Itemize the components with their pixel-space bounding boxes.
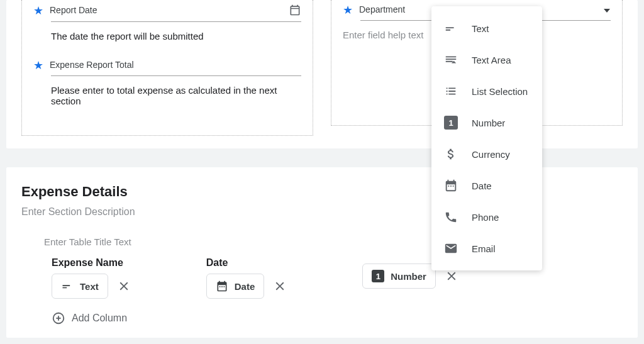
table-column: Expense Name Text (52, 257, 131, 299)
table-column: Date Date (206, 257, 287, 299)
column-type-chip[interactable]: 1 Number (362, 264, 436, 289)
column-name[interactable]: Date (206, 257, 287, 269)
dropdown-item-label: Number (472, 118, 505, 128)
column-type-chip[interactable]: Date (206, 274, 265, 299)
email-icon (444, 241, 458, 255)
dropdown-item-date[interactable]: Date (431, 170, 542, 201)
field-name: Expense Report Total (50, 60, 134, 70)
dropdown-item-phone[interactable]: Phone (431, 201, 542, 233)
section-expense-details: Expense Details Enter Section Descriptio… (6, 167, 638, 338)
star-icon: ★ (343, 4, 353, 16)
dropdown-item-email[interactable]: Email (431, 233, 542, 264)
dropdown-item-label: Email (472, 243, 496, 254)
date-icon (216, 280, 228, 292)
plus-circle-icon (52, 311, 65, 325)
field-name: Report Date (50, 5, 97, 15)
remove-column-button[interactable] (273, 279, 287, 293)
field-report-date[interactable]: ★ Report Date The date the report will b… (33, 4, 301, 42)
dropdown-item-label: Date (472, 180, 492, 191)
chip-label: Text (80, 281, 99, 292)
star-icon: ★ (33, 5, 43, 16)
column-name[interactable]: Expense Name (52, 257, 131, 269)
star-icon: ★ (33, 60, 43, 71)
field-card-left[interactable]: ★ Report Date The date the report will b… (21, 0, 313, 136)
number-icon: 1 (444, 116, 458, 130)
date-icon (444, 179, 458, 192)
add-column-button[interactable]: Add Column (52, 311, 623, 325)
dropdown-item-text[interactable]: Text (431, 13, 542, 44)
remove-column-button[interactable] (117, 279, 131, 293)
dropdown-item-label: Text Area (472, 55, 511, 65)
dropdown-item-currency[interactable]: Currency (431, 138, 542, 170)
add-column-label: Add Column (72, 313, 127, 324)
calendar-icon[interactable] (289, 4, 301, 16)
dropdown-item-text-area[interactable]: Text Area (431, 44, 542, 75)
field-type-dropdown[interactable]: Text Text Area List Selection 1 Number C… (431, 6, 542, 270)
textarea-icon (444, 53, 458, 67)
chip-label: Number (391, 271, 426, 282)
text-icon (61, 280, 74, 292)
chip-label: Date (235, 281, 255, 292)
field-name: Department (359, 4, 405, 14)
dropdown-item-label: List Selection (472, 86, 528, 97)
currency-icon (444, 147, 458, 161)
dropdown-item-number[interactable]: 1 Number (431, 107, 542, 138)
dropdown-item-label: Currency (472, 149, 510, 160)
dropdown-item-label: Text (472, 23, 489, 34)
list-icon (444, 84, 458, 98)
dropdown-caret-icon[interactable] (604, 9, 610, 13)
number-icon: 1 (372, 270, 384, 282)
remove-column-button[interactable] (445, 269, 458, 283)
field-help: Please enter to total expense as calcula… (51, 85, 301, 106)
text-icon (444, 21, 458, 35)
field-expense-total[interactable]: ★ Expense Report Total Please enter to t… (33, 59, 301, 106)
column-type-chip[interactable]: Text (52, 274, 108, 299)
field-help: The date the report will be submitted (51, 31, 301, 42)
phone-icon (444, 210, 458, 224)
dropdown-item-label: Phone (472, 212, 499, 223)
top-fields-panel: ★ Report Date The date the report will b… (6, 0, 638, 148)
dropdown-item-list[interactable]: List Selection (431, 75, 542, 107)
